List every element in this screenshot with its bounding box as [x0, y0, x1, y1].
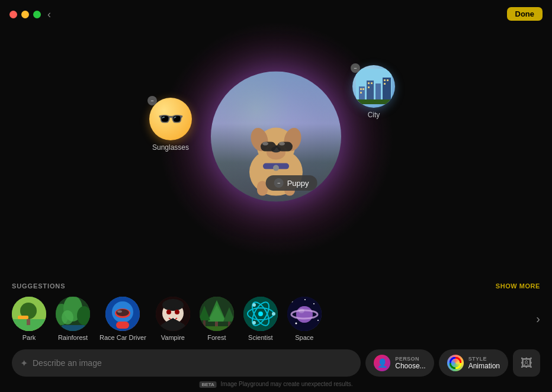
minimize-button[interactable]	[21, 11, 29, 18]
sunglasses-prop[interactable]: − 🕶️ Sunglasses	[149, 98, 192, 152]
svg-point-80	[296, 306, 313, 323]
svg-point-74	[291, 301, 293, 303]
suggestion-vampire[interactable]: Vampire	[156, 297, 190, 341]
city-prop[interactable]: −	[352, 65, 395, 119]
beta-notice: BETA Image Playground may create unexpec…	[200, 381, 353, 387]
svg-point-9	[262, 142, 268, 146]
sunglasses-remove-button[interactable]: −	[147, 96, 157, 105]
suggestion-park[interactable]: Park	[12, 297, 46, 341]
city-circle	[352, 65, 395, 108]
svg-rect-21	[362, 88, 364, 90]
search-input[interactable]	[33, 358, 352, 368]
suggestion-forest-circle	[200, 297, 234, 331]
maximize-button[interactable]	[33, 11, 41, 18]
svg-rect-47	[116, 322, 129, 329]
suggestion-forest-label: Forest	[207, 334, 226, 341]
suggestion-space[interactable]: Space	[287, 297, 322, 341]
svg-point-39	[62, 310, 73, 324]
suggestion-rainforest[interactable]: Rainforest	[56, 297, 90, 341]
suggestion-scientist-circle	[243, 297, 278, 331]
bottom-toolbar: ✦ 👤 PERSON Choose... STYLE Animation 🖼	[12, 349, 540, 377]
suggestions-section: SUGGESTIONS SHOW MORE Park	[0, 282, 552, 341]
suggestion-scientist-label: Scientist	[248, 334, 273, 341]
style-value: Animation	[468, 362, 500, 370]
svg-rect-27	[387, 79, 389, 81]
svg-point-10	[279, 142, 285, 146]
svg-rect-34	[18, 316, 28, 319]
svg-rect-8	[275, 146, 278, 148]
sparkle-icon: ✦	[20, 358, 28, 369]
suggestion-space-circle	[287, 297, 322, 331]
suggestions-title: SUGGESTIONS	[12, 282, 65, 290]
svg-rect-25	[368, 86, 370, 88]
city-svg	[356, 69, 391, 104]
style-icon	[447, 355, 464, 371]
svg-point-76	[295, 323, 297, 324]
svg-point-52	[166, 310, 171, 314]
style-label: STYLE	[468, 356, 500, 362]
suggestion-racecar[interactable]: Race Car Driver	[100, 297, 146, 341]
search-input-wrap[interactable]: ✦	[12, 349, 361, 377]
sunglasses-emoji: 🕶️	[158, 107, 184, 131]
style-button[interactable]: STYLE Animation	[439, 349, 508, 377]
svg-point-70	[272, 312, 275, 316]
beta-text: Image Playground may create unexpected r…	[221, 381, 353, 387]
puppy-label: Puppy	[287, 179, 309, 188]
suggestion-rainforest-label: Rainforest	[58, 334, 88, 341]
sunglasses-label: Sunglasses	[149, 143, 192, 152]
svg-rect-20	[360, 88, 362, 90]
svg-rect-22	[360, 92, 362, 94]
svg-point-71	[252, 321, 256, 324]
svg-point-82	[299, 309, 304, 313]
suggestion-space-label: Space	[295, 334, 313, 341]
svg-rect-26	[384, 79, 386, 81]
person-label: PERSON	[395, 356, 425, 362]
show-more-button[interactable]: SHOW MORE	[496, 282, 540, 290]
svg-point-66	[258, 311, 263, 316]
person-text: PERSON Choose...	[395, 356, 425, 370]
suggestions-row: Park Rainforest	[12, 297, 540, 341]
svg-rect-23	[368, 82, 370, 84]
puppy-pill: − Puppy	[266, 175, 317, 191]
puppy-tag[interactable]: − Puppy	[266, 175, 317, 191]
svg-rect-24	[371, 82, 373, 84]
svg-rect-40	[62, 325, 85, 331]
suggestion-rainforest-circle	[56, 297, 90, 331]
person-button[interactable]: 👤 PERSON Choose...	[365, 349, 434, 377]
city-label: City	[352, 111, 395, 119]
svg-point-45	[116, 309, 129, 316]
suggestion-park-circle	[12, 297, 46, 331]
chevron-right-button[interactable]: ›	[536, 312, 540, 326]
person-value: Choose...	[395, 362, 425, 370]
suggestion-vampire-circle	[156, 297, 190, 331]
close-button[interactable]	[9, 11, 17, 18]
beta-badge: BETA	[200, 381, 217, 388]
suggestion-racecar-label: Race Car Driver	[100, 334, 146, 341]
svg-point-46	[117, 310, 122, 313]
svg-point-12	[273, 165, 279, 171]
back-button[interactable]: ‹	[47, 8, 51, 21]
svg-rect-29	[356, 99, 391, 104]
suggestion-forest[interactable]: Forest	[200, 297, 234, 341]
person-avatar: 👤	[374, 355, 390, 371]
svg-point-78	[304, 299, 306, 300]
done-button[interactable]: Done	[507, 7, 543, 21]
svg-rect-64	[200, 326, 234, 331]
svg-point-53	[175, 310, 179, 314]
suggestion-vampire-label: Vampire	[161, 334, 185, 341]
suggestion-scientist[interactable]: Scientist	[243, 297, 278, 341]
suggestion-racecar-circle	[105, 297, 140, 331]
sunglasses-circle: 🕶️	[149, 98, 192, 140]
traffic-lights	[9, 11, 41, 18]
svg-point-77	[317, 320, 319, 321]
style-text: STYLE Animation	[468, 356, 500, 370]
gallery-icon: 🖼	[521, 356, 532, 370]
puppy-remove-button[interactable]: −	[274, 178, 284, 188]
svg-rect-28	[384, 83, 386, 85]
city-remove-button[interactable]: −	[351, 63, 360, 73]
suggestion-park-label: Park	[23, 334, 36, 341]
suggestions-header: SUGGESTIONS SHOW MORE	[12, 282, 540, 290]
svg-point-75	[313, 303, 314, 304]
gallery-button[interactable]: 🖼	[513, 349, 540, 377]
svg-point-72	[252, 303, 256, 307]
